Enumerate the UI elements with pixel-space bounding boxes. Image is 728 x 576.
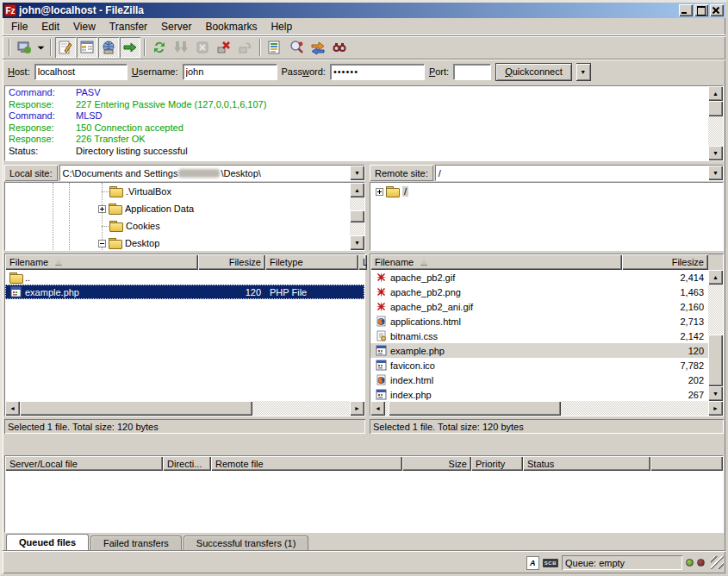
site-manager-icon[interactable] bbox=[14, 37, 34, 58]
host-label: Host: bbox=[8, 66, 30, 77]
column-header-filesize[interactable]: Filesize bbox=[198, 254, 265, 270]
host-input[interactable] bbox=[34, 64, 128, 80]
remote-status-text: Selected 1 file. Total size: 120 bytes bbox=[370, 419, 724, 434]
menu-file[interactable]: File bbox=[4, 19, 34, 34]
column-header-remote-file[interactable]: Remote file bbox=[211, 456, 402, 471]
scroll-right-icon[interactable]: ► bbox=[350, 401, 364, 416]
quickconnect-button[interactable]: Quickconnect bbox=[495, 63, 572, 81]
menu-view[interactable]: View bbox=[66, 19, 103, 34]
column-header-filename[interactable]: Filename bbox=[370, 254, 622, 270]
menu-help[interactable]: Help bbox=[264, 19, 299, 34]
collapse-icon[interactable] bbox=[98, 240, 106, 247]
toggle-local-tree-icon[interactable] bbox=[77, 37, 97, 58]
scroll-down-icon[interactable]: ▼ bbox=[708, 146, 723, 160]
scroll-thumb[interactable] bbox=[350, 210, 364, 222]
table-row[interactable]: .. bbox=[5, 270, 364, 285]
local-path-value[interactable]: C:\Documents and Settings\Desktop\ bbox=[60, 166, 350, 180]
local-tree-scrollbar[interactable]: ▲ ▼ bbox=[350, 183, 364, 250]
title-bar[interactable]: Fz john@localhost - FileZilla bbox=[3, 3, 725, 18]
scroll-left-icon[interactable]: ◄ bbox=[5, 401, 20, 416]
menu-bookmarks[interactable]: Bookmarks bbox=[198, 19, 264, 34]
directory-comparison-icon[interactable] bbox=[286, 37, 307, 58]
column-header-filesize[interactable]: Filesize bbox=[622, 254, 708, 270]
table-row[interactable]: bitnami.css 2,142 bbox=[370, 329, 708, 343]
quickconnect-dropdown-icon[interactable]: ▼ bbox=[576, 63, 591, 81]
queue-body[interactable] bbox=[5, 471, 723, 532]
scroll-thumb[interactable] bbox=[389, 401, 561, 416]
cancel-operation-icon[interactable] bbox=[192, 37, 213, 58]
table-row[interactable]: apache_pb2_ani.gif 2,160 bbox=[370, 299, 708, 314]
tab-successful-transfers[interactable]: Successful transfers (1) bbox=[184, 535, 309, 550]
scroll-thumb[interactable] bbox=[708, 335, 723, 386]
toggle-message-log-icon[interactable] bbox=[55, 37, 76, 58]
tree-item-label[interactable]: / bbox=[402, 186, 408, 197]
folder-icon bbox=[109, 203, 121, 214]
column-header-status[interactable]: Status bbox=[523, 456, 650, 471]
column-header-direction[interactable]: Directi... bbox=[163, 456, 211, 471]
remote-tree[interactable]: / bbox=[370, 183, 723, 250]
menu-edit[interactable]: Edit bbox=[34, 19, 66, 34]
local-path-combo[interactable]: C:\Documents and Settings\Desktop\ ▼ bbox=[59, 165, 365, 181]
log-scrollbar[interactable]: ▲ ▼ bbox=[708, 86, 723, 160]
column-header-priority[interactable]: Priority bbox=[471, 456, 523, 471]
table-row[interactable]: applications.html 2,713 bbox=[370, 314, 708, 329]
synchronized-browsing-icon[interactable] bbox=[308, 37, 328, 58]
table-row[interactable]: apache_pb2.gif 2,414 bbox=[370, 270, 708, 285]
table-row[interactable]: index.html 202 bbox=[370, 373, 708, 387]
scroll-thumb[interactable] bbox=[20, 401, 252, 416]
minimize-button[interactable] bbox=[679, 4, 693, 16]
reconnect-icon[interactable] bbox=[235, 37, 256, 58]
combo-dropdown-icon[interactable]: ▼ bbox=[350, 166, 364, 180]
menu-transfer[interactable]: Transfer bbox=[103, 19, 154, 34]
tab-failed-transfers[interactable]: Failed transfers bbox=[90, 535, 182, 550]
table-row[interactable]: example.php 120 PHP File 1 bbox=[5, 285, 364, 299]
toggle-remote-tree-icon[interactable] bbox=[98, 37, 119, 58]
scroll-up-icon[interactable]: ▲ bbox=[350, 183, 364, 197]
column-header-filetype[interactable]: Filetype bbox=[265, 254, 358, 270]
combo-dropdown-icon[interactable]: ▼ bbox=[708, 166, 723, 180]
table-row[interactable]: favicon.ico 7,782 bbox=[370, 358, 708, 373]
remote-list-scrollbar[interactable]: ▲ ▼ bbox=[708, 270, 723, 401]
remote-path-value[interactable]: / bbox=[436, 166, 708, 180]
expand-icon[interactable] bbox=[376, 188, 383, 196]
local-tree[interactable]: .VirtualBox Application Data Cookies bbox=[5, 183, 350, 250]
scroll-up-icon[interactable]: ▲ bbox=[708, 86, 723, 101]
remote-path-combo[interactable]: / ▼ bbox=[435, 165, 724, 181]
menu-server[interactable]: Server bbox=[154, 19, 198, 34]
tree-item[interactable]: Cookies bbox=[5, 217, 350, 235]
username-input[interactable] bbox=[183, 64, 277, 80]
process-queue-icon[interactable] bbox=[171, 37, 191, 58]
column-header-server-local-file[interactable]: Server/Local file bbox=[5, 456, 163, 471]
maximize-button[interactable] bbox=[694, 4, 708, 16]
table-row[interactable]: index.php 267 bbox=[370, 387, 708, 401]
column-header-size[interactable]: Size bbox=[402, 456, 471, 471]
close-button[interactable] bbox=[710, 4, 724, 16]
directory-filter-icon[interactable] bbox=[264, 37, 285, 58]
local-list-hscrollbar[interactable]: ◄ ► bbox=[5, 401, 364, 416]
scroll-down-icon[interactable]: ▼ bbox=[708, 386, 723, 401]
remote-list-hscrollbar[interactable]: ◄ ► bbox=[370, 401, 723, 416]
refresh-icon[interactable] bbox=[149, 37, 170, 58]
disconnect-icon[interactable] bbox=[214, 37, 234, 58]
find-files-icon[interactable] bbox=[329, 37, 350, 58]
column-header-filename[interactable]: Filename bbox=[5, 254, 198, 270]
port-input[interactable] bbox=[453, 64, 491, 80]
scroll-left-icon[interactable]: ◄ bbox=[370, 401, 385, 416]
expand-icon[interactable] bbox=[98, 205, 106, 213]
message-log[interactable]: Command:PASV Response:227 Entering Passi… bbox=[5, 86, 708, 160]
table-row[interactable]: example.php 120 bbox=[370, 343, 708, 358]
tab-queued-files[interactable]: Queued files bbox=[6, 534, 89, 550]
tree-item[interactable]: Desktop bbox=[5, 235, 350, 250]
tree-item[interactable]: .VirtualBox bbox=[5, 183, 350, 200]
scroll-right-icon[interactable]: ► bbox=[708, 401, 723, 416]
toggle-transfer-queue-icon[interactable] bbox=[120, 37, 140, 58]
scroll-up-icon[interactable]: ▲ bbox=[708, 270, 723, 285]
tree-item[interactable]: / bbox=[370, 183, 723, 200]
site-manager-dropdown-icon[interactable] bbox=[35, 37, 47, 58]
scroll-thumb[interactable] bbox=[708, 101, 723, 116]
password-input[interactable] bbox=[330, 64, 425, 80]
scroll-down-icon[interactable]: ▼ bbox=[350, 235, 364, 250]
table-row[interactable]: apache_pb2.png 1,463 bbox=[370, 285, 708, 299]
tree-item[interactable]: Application Data bbox=[5, 200, 350, 217]
resize-grip[interactable] bbox=[711, 556, 724, 569]
